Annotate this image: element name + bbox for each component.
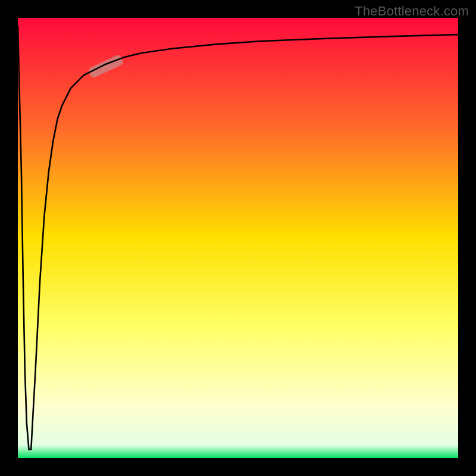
chart-svg xyxy=(18,18,458,458)
gradient-background xyxy=(18,18,458,458)
plot-area xyxy=(18,18,458,458)
watermark-text: TheBottleneck.com xyxy=(355,4,469,19)
chart-container: TheBottleneck.com xyxy=(0,0,476,476)
